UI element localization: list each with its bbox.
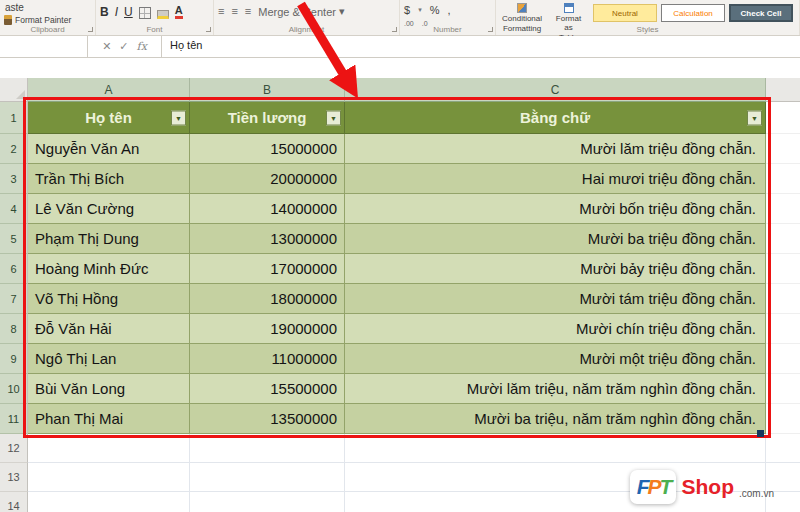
column-header-b[interactable]: B (190, 78, 345, 102)
alignment-group: ≡ ≡ ≡ Merge & Center ▾ Alignment (214, 0, 400, 35)
table-cell-name[interactable]: Bùi Văn Long (28, 374, 190, 404)
fpt-letter-f: F (637, 475, 648, 499)
table-cell-words[interactable]: Mười bảy triệu đồng chẵn. (345, 254, 766, 284)
row-header-14[interactable]: 14 (0, 492, 28, 512)
row-header-12[interactable]: 12 (0, 434, 28, 463)
empty-cell[interactable] (28, 492, 190, 512)
fpt-letter-p: P (647, 475, 659, 499)
filter-button[interactable]: ▼ (326, 110, 341, 125)
style-chip-check-cell[interactable]: Check Cell (729, 4, 793, 22)
table-cell-words[interactable]: Mười một triệu đồng chẵn. (345, 344, 766, 374)
table-row: 4 Lê Văn Cường 14000000 Mười bốn triệu đ… (0, 194, 800, 224)
table-cell-salary[interactable]: 14000000 (190, 194, 345, 224)
table-cell-words[interactable]: Mười bốn triệu đồng chẵn. (345, 194, 766, 224)
row-header-7[interactable]: 7 (0, 284, 28, 314)
table-cell-name[interactable]: Đỗ Văn Hải (28, 314, 190, 344)
italic-button[interactable]: I (115, 5, 118, 19)
formula-input[interactable]: Họ tên (162, 36, 800, 57)
borders-icon[interactable] (139, 7, 151, 19)
table-cell-name[interactable]: Võ Thị Hồng (28, 284, 190, 314)
empty-cell[interactable] (190, 463, 345, 492)
fill-handle[interactable] (757, 430, 764, 437)
table-row: 2 Nguyễn Văn An 15000000 Mười lăm triệu … (0, 134, 800, 164)
table-cell-name[interactable]: Phan Thị Mai (28, 404, 190, 434)
table-header-cell-tienluong[interactable]: Tiền lương ▼ (190, 102, 345, 134)
table-cell-salary[interactable]: 19000000 (190, 314, 345, 344)
table-cell-name[interactable]: Lê Văn Cường (28, 194, 190, 224)
table-cell-salary[interactable]: 15000000 (190, 134, 345, 164)
table-cell-words[interactable]: Mười lăm triệu, năm trăm nghìn đồng chẵn… (345, 374, 766, 404)
conditional-formatting-icon (517, 3, 527, 13)
row-header-11[interactable]: 11 (0, 404, 28, 434)
style-chip-neutral[interactable]: Neutral (593, 4, 657, 22)
fpt-letter-t: T (659, 475, 670, 499)
table-cell-words[interactable]: Hai mươi triệu đồng chẵn. (345, 164, 766, 194)
fill-color-icon[interactable] (157, 10, 169, 19)
percent-button[interactable]: % (430, 4, 440, 16)
table-cell-words[interactable]: Mười ba triệu, năm trăm nghìn đồng chẵn. (345, 404, 766, 434)
filter-button[interactable]: ▼ (747, 110, 762, 125)
currency-button[interactable]: $ (404, 4, 410, 16)
paste-button[interactable]: aste (5, 2, 91, 13)
empty-cell[interactable] (190, 434, 345, 463)
select-all-button[interactable] (0, 78, 28, 102)
row-header-8[interactable]: 8 (0, 314, 28, 344)
table-cell-name[interactable]: Trần Thị Bích (28, 164, 190, 194)
fpt-logo-icon: F P T (630, 470, 676, 504)
cancel-icon[interactable]: ✕ (102, 40, 111, 53)
align-center-icon[interactable]: ≡ (231, 5, 237, 18)
table-cell-words[interactable]: Mười tám triệu đồng chẵn. (345, 284, 766, 314)
row-header-1[interactable]: 1 (0, 102, 28, 134)
table-cell-words[interactable]: Mười ba triệu đồng chẵn. (345, 224, 766, 254)
empty-cell[interactable] (28, 434, 190, 463)
name-box[interactable] (0, 36, 88, 57)
row-header-13[interactable]: 13 (0, 463, 28, 492)
clipboard-group-label: Clipboard (0, 25, 95, 34)
row-header-9[interactable]: 9 (0, 344, 28, 374)
font-group: B I U A Font (96, 0, 214, 35)
styles-group-label: Styles (496, 25, 799, 34)
row-header-3[interactable]: 3 (0, 164, 28, 194)
column-header-a[interactable]: A (28, 78, 190, 102)
table-cell-salary[interactable]: 11000000 (190, 344, 345, 374)
row-header-2[interactable]: 2 (0, 134, 28, 164)
font-color-icon[interactable]: A (175, 5, 183, 19)
table-cell-salary[interactable]: 15500000 (190, 374, 345, 404)
underline-button[interactable]: U (124, 5, 133, 19)
merge-center-button[interactable]: Merge & Center ▾ (258, 5, 344, 18)
align-left-icon[interactable]: ≡ (218, 5, 224, 18)
table-cell-salary[interactable]: 17000000 (190, 254, 345, 284)
table-cell-name[interactable]: Hoàng Minh Đức (28, 254, 190, 284)
format-painter-button[interactable]: Format Painter (4, 15, 91, 25)
table-header-cell-bangchu[interactable]: Bằng chữ ▼ (345, 102, 766, 134)
table-cell-words[interactable]: Mười chín triệu đồng chẵn. (345, 314, 766, 344)
table-cell-name[interactable]: Nguyễn Văn An (28, 134, 190, 164)
empty-cell[interactable] (28, 463, 190, 492)
filter-button[interactable]: ▼ (171, 110, 186, 125)
bold-button[interactable]: B (100, 5, 109, 19)
table-row: 9 Ngô Thị Lan 11000000 Mười một triệu đồ… (0, 344, 800, 374)
empty-cell[interactable] (345, 434, 766, 463)
empty-area (766, 374, 800, 404)
table-cell-salary[interactable]: 20000000 (190, 164, 345, 194)
row-header-6[interactable]: 6 (0, 254, 28, 284)
comma-button[interactable]: , (447, 4, 450, 16)
row-header-4[interactable]: 4 (0, 194, 28, 224)
empty-area (766, 224, 800, 254)
table-cell-words[interactable]: Mười lăm triệu đồng chẵn. (345, 134, 766, 164)
row-header-10[interactable]: 10 (0, 374, 28, 404)
table-header-label: Họ tên (85, 109, 132, 126)
enter-icon[interactable]: ✓ (119, 40, 128, 53)
style-chip-calculation[interactable]: Calculation (661, 4, 725, 22)
column-header-c[interactable]: C (345, 78, 766, 102)
align-right-icon[interactable]: ≡ (245, 5, 251, 18)
table-header-cell-hoten[interactable]: Họ tên ▼ (28, 102, 190, 134)
table-cell-salary[interactable]: 13500000 (190, 404, 345, 434)
table-cell-salary[interactable]: 13000000 (190, 224, 345, 254)
empty-cell[interactable] (190, 492, 345, 512)
insert-function-icon[interactable]: fx (137, 40, 147, 53)
row-header-5[interactable]: 5 (0, 224, 28, 254)
table-cell-name[interactable]: Phạm Thị Dung (28, 224, 190, 254)
table-cell-salary[interactable]: 18000000 (190, 284, 345, 314)
table-cell-name[interactable]: Ngô Thị Lan (28, 344, 190, 374)
